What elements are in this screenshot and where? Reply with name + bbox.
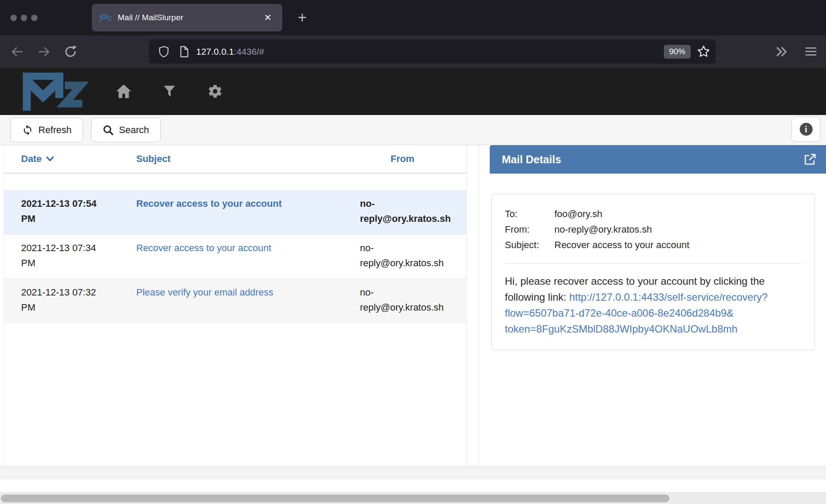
refresh-icon (22, 124, 33, 136)
search-button[interactable]: Search (91, 118, 161, 142)
browser-nav-toolbar: 127.0.0.1:4436/# 90% (0, 35, 826, 68)
info-icon: i (800, 123, 813, 136)
panel-divider (466, 145, 479, 466)
mail-list-table: Date Subject From 2021-12-13 07:54 PM Re… (3, 145, 466, 466)
mail-row-date: 2021-12-13 07:32 PM (4, 285, 118, 318)
tab-favicon-mailslurper-icon (100, 14, 112, 22)
sort-descending-icon (46, 156, 54, 162)
search-button-label: Search (119, 124, 149, 136)
mail-details-title: Mail Details (502, 153, 804, 166)
url-host: 127.0.0.1 (196, 47, 234, 56)
menu-icon[interactable] (805, 45, 817, 58)
from-value: no-reply@ory.kratos.sh (554, 224, 652, 235)
horizontal-scrollbar[interactable] (0, 492, 826, 504)
to-value: foo@ory.sh (554, 208, 602, 219)
table-header-spacer (4, 174, 466, 190)
forward-icon[interactable] (35, 43, 53, 60)
mailslurper-logo (11, 71, 93, 111)
mailslurper-header (0, 68, 826, 115)
mail-body: Hi, please recover access to your accoun… (505, 273, 801, 337)
tab-title: Mail // MailSlurper (118, 13, 261, 22)
url-text[interactable]: 127.0.0.1:4436/# (196, 47, 664, 57)
mail-row-from: no-reply@ory.kratos.sh (355, 240, 467, 274)
mail-subject-link[interactable]: Recover access to your account (136, 243, 271, 253)
browser-tab[interactable]: Mail // MailSlurper ✕ (92, 4, 282, 31)
mail-row-date: 2021-12-13 07:34 PM (4, 240, 118, 274)
mail-row-3[interactable]: 2021-12-13 07:32 PM Please verify your e… (4, 279, 466, 323)
shield-icon[interactable] (158, 45, 169, 58)
mail-row-2[interactable]: 2021-12-13 07:34 PM Recover access to yo… (4, 234, 466, 279)
window-maximize-dot[interactable] (31, 15, 38, 21)
url-path: :4436/# (234, 47, 264, 56)
mail-row-from: no-reply@ory.kratos.sh (355, 285, 467, 318)
reload-icon[interactable] (62, 43, 79, 60)
window-controls[interactable] (10, 15, 38, 21)
new-tab-icon[interactable]: + (291, 7, 313, 28)
mail-row-from: no-reply@ory.kratos.sh (355, 196, 467, 230)
url-bar[interactable]: 127.0.0.1:4436/# 90% (149, 39, 716, 64)
overflow-chevron-icon[interactable] (774, 45, 789, 58)
field-to: To:foo@ory.sh (505, 206, 801, 222)
app-toolbar: Refresh Search i (0, 115, 826, 145)
zoom-level-badge[interactable]: 90% (664, 45, 691, 59)
main-content: Date Subject From 2021-12-13 07:54 PM Re… (0, 145, 826, 467)
home-icon[interactable] (111, 79, 136, 104)
field-from: From:no-reply@ory.kratos.sh (505, 222, 801, 237)
column-header-subject[interactable]: Subject (118, 153, 355, 165)
mail-row-1[interactable]: 2021-12-13 07:54 PM Recover access to yo… (4, 190, 466, 234)
page-icon[interactable] (179, 46, 189, 58)
field-subject: Subject:Recover access to your account (505, 237, 801, 253)
info-button[interactable]: i (792, 117, 820, 142)
back-icon[interactable] (9, 43, 26, 60)
refresh-button[interactable]: Refresh (10, 118, 83, 142)
browser-window: Mail // MailSlurper ✕ + (0, 0, 826, 504)
refresh-button-label: Refresh (38, 124, 72, 136)
column-header-date[interactable]: Date (4, 153, 118, 165)
mail-details-panel: Mail Details To:foo@ory.sh From:no-reply… (479, 145, 826, 466)
mail-subject-link[interactable]: Recover access to your account (136, 198, 282, 209)
mail-details-card: To:foo@ory.sh From:no-reply@ory.kratos.s… (491, 194, 815, 350)
to-label: To: (505, 206, 554, 222)
subject-label: Subject: (505, 237, 554, 253)
window-minimize-dot[interactable] (21, 15, 27, 21)
bookmark-star-icon[interactable] (697, 45, 710, 59)
external-link-icon[interactable] (804, 153, 817, 166)
mail-subject-link[interactable]: Please verify your email address (136, 287, 273, 298)
nav-right-controls (774, 35, 826, 68)
subject-value: Recover access to your account (554, 240, 689, 250)
mail-row-date: 2021-12-13 07:54 PM (4, 196, 118, 230)
browser-tab-bar: Mail // MailSlurper ✕ + (0, 0, 826, 35)
mail-table-header: Date Subject From (4, 145, 466, 174)
app-nav-icons (111, 68, 228, 115)
gear-icon[interactable] (203, 79, 228, 104)
filter-icon[interactable] (157, 79, 182, 104)
tab-close-icon[interactable]: ✕ (261, 11, 275, 25)
column-header-from[interactable]: From (355, 153, 467, 165)
mail-details-header: Mail Details (490, 145, 826, 174)
date-header-label: Date (21, 153, 42, 165)
horizontal-scrollbar-thumb[interactable] (1, 495, 670, 502)
from-label: From: (505, 222, 554, 237)
window-close-dot[interactable] (10, 15, 17, 21)
card-divider (505, 263, 801, 264)
footer-band (0, 467, 826, 479)
search-icon (103, 124, 114, 136)
footer-whitespace (0, 479, 826, 492)
